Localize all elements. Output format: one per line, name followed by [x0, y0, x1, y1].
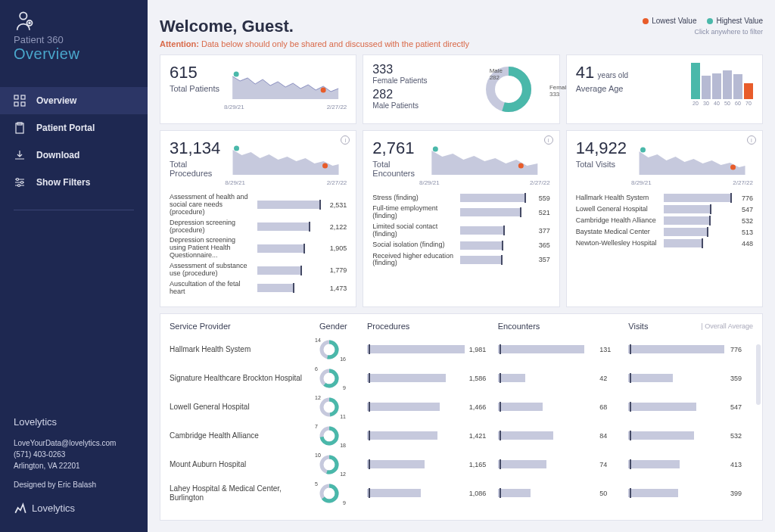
list-item[interactable]: Assessment of substance use (procedure)1…: [170, 263, 347, 278]
list-item[interactable]: Social isolation (finding)365: [372, 241, 549, 250]
sidebar-logo: Patient 360 Overview: [0, 11, 148, 70]
card-encounters[interactable]: i 2,761 Total Encounters 8/29/212/27/22 …: [363, 130, 559, 307]
svg-point-18: [322, 163, 328, 169]
svg-point-13: [321, 88, 326, 93]
kpi-value: 615: [170, 63, 219, 82]
list-item[interactable]: Depression screening (procedure)2,122: [170, 219, 347, 235]
svg-rect-2: [14, 95, 18, 99]
card-providers[interactable]: Service Provider Gender Procedures Encou…: [160, 313, 763, 521]
table-row[interactable]: Lahey Hospital & Medical Center, Burling…: [170, 484, 753, 503]
svg-marker-16: [233, 150, 339, 175]
sparkline: 8/29/212/27/22: [631, 138, 753, 186]
sliders-icon: [14, 176, 26, 188]
list-item[interactable]: Stress (finding)559: [372, 194, 549, 202]
nav: Overview Patient Portal Download Show Fi…: [0, 87, 148, 224]
main-content[interactable]: Welcome, Guest. Attention: Data below sh…: [148, 0, 775, 532]
encounters-barlist: Stress (finding)559Full-time employment …: [372, 194, 549, 267]
list-item[interactable]: Baystate Medical Center513: [576, 228, 753, 236]
clipboard-icon: [14, 122, 26, 134]
list-item[interactable]: Auscultation of the fetal heart1,473: [170, 281, 347, 296]
table-row[interactable]: Cambridge Health Alliance7181,42184532: [170, 426, 753, 446]
age-histogram: 203040506070: [691, 63, 753, 106]
sidebar-footer: Lovelytics LoveYourData@lovelytics.com (…: [0, 415, 148, 524]
legend-dot-low: [643, 18, 649, 24]
card-avg-age[interactable]: 41 years old Average Age 203040506070: [566, 54, 763, 124]
svg-point-10: [18, 185, 20, 187]
kpi-row-1: 615 Total Patients 8/29/212/27/22: [160, 54, 763, 124]
svg-point-8: [17, 179, 19, 181]
company-name: Lovelytics: [14, 415, 134, 430]
card-total-patients[interactable]: 615 Total Patients 8/29/212/27/22: [160, 54, 356, 124]
svg-point-20: [433, 147, 438, 152]
svg-point-23: [640, 148, 646, 153]
nav-label: Patient Portal: [36, 123, 95, 133]
svg-point-0: [20, 12, 26, 19]
visits-barlist: Hallmark Health System776Lowell General …: [576, 194, 753, 247]
page-title: Welcome, Guest.: [160, 17, 469, 36]
sidebar: Patient 360 Overview Overview Patient Po…: [0, 0, 148, 532]
gender-donut: Male282 Female333: [482, 63, 550, 116]
svg-marker-22: [639, 151, 745, 175]
divider: [14, 210, 134, 210]
list-item[interactable]: Lowell General Hospital547: [576, 205, 753, 213]
kpi-label: Total Patients: [170, 84, 219, 93]
card-procedures[interactable]: i 31,134 Total Procedures 8/29/212/27/22…: [160, 130, 356, 307]
svg-rect-4: [14, 102, 18, 106]
list-item[interactable]: Hallmark Health System776: [576, 194, 753, 202]
info-icon[interactable]: i: [544, 135, 553, 145]
svg-point-21: [518, 163, 524, 169]
table-row[interactable]: Signature Healthcare Brockton Hospital69…: [170, 369, 753, 388]
list-item[interactable]: Newton-Wellesley Hospital448: [576, 239, 753, 247]
provider-header: Service Provider Gender Procedures Encou…: [170, 322, 753, 331]
contact-email: LoveYourData@lovelytics.com: [14, 437, 134, 449]
card-visits[interactable]: i 14,922 Total Visits 8/29/212/27/22 Hal…: [566, 130, 763, 307]
table-row[interactable]: Lowell General Hospital12111,46668547: [170, 397, 753, 417]
nav-label: Download: [36, 150, 79, 160]
sparkline: 8/29/212/27/22: [225, 138, 347, 186]
designer: Designed by Eric Balash: [14, 479, 134, 490]
nav-item-download[interactable]: Download: [0, 142, 148, 169]
info-icon[interactable]: i: [747, 135, 756, 145]
svg-point-24: [730, 165, 736, 170]
provider-rows: Hallmark Health System14161,981131776Sig…: [170, 340, 753, 503]
kpi-row-2: i 31,134 Total Procedures 8/29/212/27/22…: [160, 130, 763, 307]
legend-dot-high: [707, 18, 713, 24]
nav-item-overview[interactable]: Overview: [0, 87, 148, 114]
dashboard-icon: [14, 95, 26, 107]
nav-item-filters[interactable]: Show Filters: [0, 169, 148, 196]
attention-text: Attention: Data below should only be sha…: [160, 39, 469, 48]
info-icon[interactable]: i: [341, 135, 350, 145]
download-icon: [14, 149, 26, 161]
list-item[interactable]: Depression screening using Patient Healt…: [170, 237, 347, 260]
lovelytics-icon: [14, 501, 27, 515]
svg-rect-3: [21, 95, 25, 99]
svg-point-12: [234, 72, 239, 77]
contact-phone: (571) 403-0263: [14, 449, 134, 460]
svg-point-9: [21, 182, 23, 184]
scrollbar[interactable]: [756, 344, 761, 405]
list-item[interactable]: Cambridge Health Alliance532: [576, 216, 753, 225]
filter-hint: Click anywhere to filter: [694, 28, 763, 36]
procedures-barlist: Assessment of health and social care nee…: [170, 194, 347, 296]
legend: Lowest Value Highest Value Click anywher…: [643, 17, 763, 36]
nav-label: Overview: [36, 95, 76, 106]
brand-line1: Patient 360: [14, 34, 134, 45]
contact-addr: Arlington, VA 22201: [14, 460, 134, 471]
footer-logo: Lovelytics: [14, 501, 134, 516]
brand-line2: Overview: [14, 45, 134, 63]
svg-point-17: [234, 146, 239, 151]
table-row[interactable]: Mount Auburn Hospital10121,16574413: [170, 455, 753, 474]
list-item[interactable]: Full-time employment (finding)521: [372, 205, 549, 220]
nav-item-portal[interactable]: Patient Portal: [0, 114, 148, 142]
list-item[interactable]: Assessment of health and social care nee…: [170, 194, 347, 216]
list-item[interactable]: Limited social contact (finding)377: [372, 223, 549, 238]
svg-marker-19: [431, 151, 537, 175]
list-item[interactable]: Received higher education (finding)357: [372, 253, 549, 268]
header: Welcome, Guest. Attention: Data below sh…: [160, 17, 763, 48]
nav-label: Show Filters: [36, 177, 90, 188]
sparkline: 8/29/212/27/22: [419, 138, 550, 186]
sparkline: 8/29/212/27/22: [224, 63, 347, 110]
table-row[interactable]: Hallmark Health System14161,981131776: [170, 340, 753, 359]
card-gender[interactable]: 333Female Patients 282Male Patients Male…: [363, 54, 559, 124]
svg-rect-5: [21, 102, 25, 106]
